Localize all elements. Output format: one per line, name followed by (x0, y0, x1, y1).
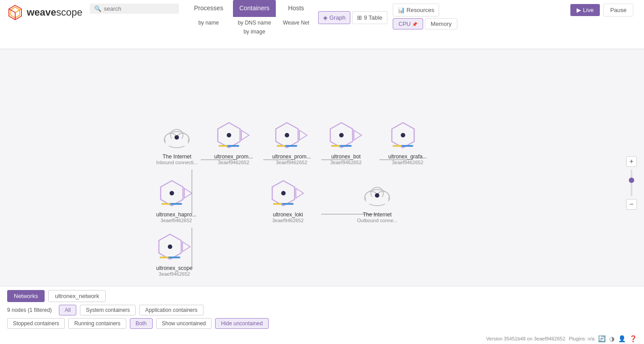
app-container: weavescope 🔍 Processes by name Container… (0, 0, 644, 344)
svg-line-2 (9, 9, 15, 12)
help-icon[interactable]: ❓ (629, 335, 637, 342)
svg-rect-51 (366, 197, 388, 204)
networks-tab[interactable]: Networks (7, 290, 45, 302)
node-grafa[interactable]: ultronex_grafa... 3eaef9462652 (388, 120, 427, 165)
live-button[interactable]: ▶ Live (570, 4, 600, 16)
svg-marker-22 (241, 130, 249, 140)
node-shape (392, 120, 423, 152)
svg-rect-31 (331, 145, 340, 147)
node-sublabel: 3eaef9462652 (159, 271, 190, 277)
node-shape (330, 120, 361, 152)
node-shape (161, 178, 192, 210)
node-sublabel: 3eaef9462652 (330, 160, 361, 165)
node-prom2[interactable]: ultronex_prom... 3eaef9462652 (272, 120, 311, 165)
node-scope[interactable]: ultronex_scope 3eaef9462652 (156, 232, 192, 277)
node-bot[interactable]: ultronex_bot 3eaef9462652 (330, 120, 361, 165)
cloud-icon (161, 123, 192, 149)
filter-stopped[interactable]: Stopped containers (7, 318, 65, 329)
node-sublabel: 3eaef9462652 (392, 160, 423, 165)
view-table-btn[interactable]: ⊞ 9 Table (352, 11, 387, 24)
nav-group-processes: Processes by name (186, 0, 231, 29)
svg-point-38 (170, 191, 174, 195)
filter-row-1: 9 nodes (1 filtered) All System containe… (7, 305, 637, 315)
logo-icon (7, 4, 23, 21)
main-canvas: The Internet Inbound connecti... ultrone… (0, 49, 644, 286)
memory-btn[interactable]: Memory (425, 18, 457, 29)
resources-icon: 📊 (398, 7, 405, 13)
version-text: Version 35451b48 on 3eaef9462652 (486, 336, 565, 341)
header: weavescope 🔍 Processes by name Container… (0, 0, 644, 49)
hexagon-icon (213, 120, 253, 152)
nav-containers-byimage[interactable]: by image (240, 28, 269, 36)
node-hapro[interactable]: ultronex_hapro... 3eaef9462652 (156, 178, 196, 223)
search-wrap: 🔍 (90, 4, 179, 14)
nav-processes[interactable]: Processes (188, 0, 229, 17)
node-label: ultronex_grafa... (388, 153, 427, 160)
node-sublabel: 3eaef9462652 (272, 218, 303, 223)
filter-both[interactable]: Both (130, 318, 153, 329)
nav-processes-byname[interactable]: by name (195, 19, 222, 27)
table-icon: ⊞ (357, 14, 362, 21)
svg-point-52 (375, 193, 379, 198)
node-shape (218, 120, 249, 152)
svg-point-43 (281, 191, 286, 195)
status-bar: Version 35451b48 on 3eaef9462652 Plugins… (486, 333, 637, 344)
pause-button[interactable]: Pause (603, 4, 633, 17)
nav-containers-bydns[interactable]: by DNS name (234, 19, 275, 27)
svg-line-3 (15, 9, 21, 12)
node-label: The Internet (162, 153, 191, 160)
zoom-slider[interactable] (631, 170, 632, 196)
svg-point-29 (339, 133, 344, 137)
filter-app[interactable]: Application containers (139, 305, 203, 315)
main-nav: Processes by name Containers by DNS name… (186, 0, 637, 37)
view-resources-btn[interactable]: 📊 Resources (393, 4, 439, 17)
view-graph-btn[interactable]: ◈ Graph (318, 11, 350, 24)
search-input[interactable] (104, 5, 175, 12)
hexagon-icon (387, 120, 428, 152)
nav-hosts[interactable]: Hosts (282, 0, 311, 17)
hexagon-icon (271, 120, 312, 152)
live-pause-area: ▶ Live Pause (567, 0, 637, 17)
filter-system[interactable]: System containers (80, 305, 136, 315)
node-shape (361, 178, 393, 210)
node-label: ultronex_prom... (214, 153, 253, 160)
filter-running[interactable]: Running containers (68, 318, 126, 329)
node-loki[interactable]: ultronex_loki 3eaef9462652 (272, 178, 303, 223)
logo-text: weavescope (27, 7, 83, 18)
zoom-in-button[interactable]: + (626, 156, 637, 167)
svg-marker-27 (299, 130, 307, 140)
svg-marker-41 (184, 188, 192, 198)
network-filter-tab[interactable]: ultronex_network (48, 290, 106, 302)
node-internet-out[interactable]: The Internet Outbound conne... (357, 178, 398, 223)
person-icon[interactable]: 👤 (618, 335, 626, 342)
node-label: ultronex_bot (331, 153, 361, 160)
refresh-icon[interactable]: 🔄 (598, 335, 606, 342)
cpu-btn[interactable]: CPU 📌 (393, 18, 423, 29)
hexagon-icon (154, 232, 195, 263)
hide-uncontained[interactable]: Hide uncontained (215, 318, 268, 329)
search-icon: 🔍 (94, 5, 101, 12)
node-shape (272, 178, 303, 210)
svg-point-54 (168, 245, 172, 249)
svg-point-24 (285, 133, 289, 137)
theme-icon[interactable]: ◑ (609, 335, 615, 342)
svg-marker-46 (296, 188, 303, 198)
plugins-text: Plugins: n/a (569, 336, 594, 341)
zoom-out-button[interactable]: − (626, 199, 637, 210)
svg-marker-32 (354, 130, 361, 140)
svg-rect-21 (219, 145, 228, 147)
bottom-bar: Networks ultronex_network 9 nodes (1 fil… (0, 286, 644, 344)
hexagon-icon (268, 178, 308, 210)
svg-rect-45 (273, 203, 282, 205)
svg-rect-16 (166, 139, 188, 146)
node-sublabel: Inbound connecti... (156, 160, 198, 165)
filter-all[interactable]: All (59, 305, 76, 315)
show-uncontained[interactable]: Show uncontained (156, 318, 212, 329)
node-internet-in[interactable]: The Internet Inbound connecti... (156, 120, 198, 165)
node-prom1[interactable]: ultronex_prom... 3eaef9462652 (214, 120, 253, 165)
zoom-controls: + − (626, 156, 637, 210)
nav-hosts-weavenet[interactable]: Weave Net (279, 19, 313, 27)
nav-containers[interactable]: Containers (233, 0, 276, 17)
view-toggle: ◈ Graph ⊞ 9 Table 📊 Resources CPU 📌 (315, 0, 461, 31)
node-sublabel: 3eaef9462652 (161, 218, 192, 223)
